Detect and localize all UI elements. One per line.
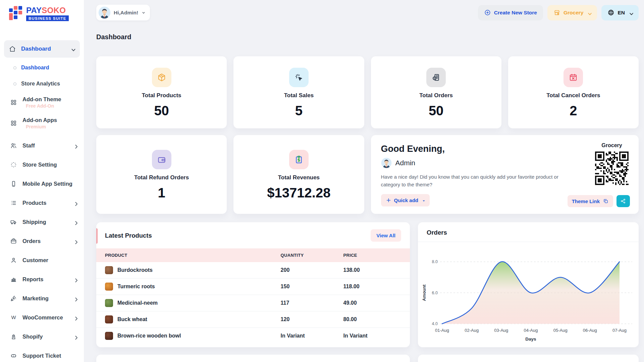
ticket-icon [10,352,17,359]
user-menu[interactable]: Hi,Admin! [96,5,150,20]
stat-card-total-products: Total Products50 [96,56,227,128]
latest-products-table: PRODUCTQUANTITYPRICE Burdockroots200138.… [96,248,410,344]
product-price: 80.00 [335,311,410,328]
stat-card-total-refund-orders: Total Refund Orders1 [96,135,227,214]
stat-value: 50 [154,104,169,117]
bullet-icon [13,82,16,85]
sidebar-group-dashboard[interactable]: Dashboard [4,40,80,58]
sidebar-item-shipping[interactable]: Shipping [0,213,84,232]
avatar [381,158,392,168]
svg-text:03-Aug: 03-Aug [494,328,508,333]
quick-add-button[interactable]: Quick add [381,194,430,206]
sidebar-item-customer[interactable]: Customer [0,251,84,270]
bottom-grid: Latest Products View All PRODUCTQUANTITY… [96,222,639,347]
paysoko-logo[interactable]: PAYSOKO BUSINESS SUITE [0,0,84,27]
plus-icon [386,197,391,203]
paysoko-logo-icon [9,5,23,22]
product-quantity: In Variant [272,328,335,344]
chevron-right-icon [73,143,78,148]
wallet-icon-badge [152,150,171,169]
svg-text:Days: Days [525,337,536,342]
sidebar-item-text: Products [22,200,47,206]
sidebar-item-support-ticket[interactable]: Support Ticket [0,346,84,362]
user-greeting-label: Hi,Admin! [114,10,138,16]
svg-text:01-Aug: 01-Aug [435,328,449,333]
svg-text:4.0: 4.0 [432,321,438,326]
sidebar-item-shopify[interactable]: Shopify [0,327,84,346]
product-thumbnail [105,315,113,323]
chevron-down-icon [70,46,77,54]
orders-area-chart: 8.06.04.001-Aug02-Aug03-Aug04-Aug05-Aug0… [418,242,639,344]
chevron-right-icon [73,277,80,284]
sidebar-item-text: Shopify [22,334,43,340]
logo-text: PAYSOKO BUSINESS SUITE [26,6,69,21]
sidebar-item-marketing[interactable]: Marketing [0,289,84,308]
grid-icon [10,120,17,127]
sidebar-item-orders[interactable]: Orders [0,232,84,251]
language-dropdown[interactable]: EN [601,5,639,20]
main-content: Hi,Admin! Create New Store Grocery EN [84,0,644,362]
theme-link-copy-button[interactable]: Theme Link [568,195,613,207]
sidebar-item-products[interactable]: Products [0,193,84,213]
product-row-buck-wheat: Buck wheat12080.00 [96,311,410,328]
truck-icon [10,219,17,226]
bullet-icon [13,66,16,69]
chevron-right-icon [73,200,78,205]
orders-chart-title: Orders [418,229,639,242]
sidebar-item-text: Orders [22,238,41,244]
product-row-turmeric-roots: Turmeric roots150118.00 [96,279,410,295]
calendar-cancel-icon-badge [564,68,583,87]
product-price: In Variant [335,328,410,344]
product-row-brown-rice-wooden-bowl: Brown-rice wooden bowlIn VariantIn Varia… [96,328,410,344]
share-button[interactable] [616,195,630,207]
sidebar-item-store-analytics[interactable]: Store Analytics [0,76,84,92]
latest-products-header: Latest Products View All [96,222,410,248]
sidebar-item-add-on-theme[interactable]: Add-on ThemeFree Add-On [0,92,84,113]
logo-wordmark: PAYSOKO [26,6,69,14]
sidebar-item-text: Add-on AppsPremium [22,117,57,129]
box-icon [157,73,166,82]
sidebar-item-badge: Premium [26,124,57,129]
card-accent-bar [96,228,98,244]
chevron-right-icon [73,220,78,225]
plus-circle-icon [484,9,491,16]
sidebar-item-text: Marketing [22,295,49,302]
stat-label: Total Refund Orders [134,174,189,181]
svg-text:8.0: 8.0 [432,259,438,264]
stat-value: $13712.28 [267,186,330,199]
stat-value: 50 [429,104,444,117]
create-new-store-button[interactable]: Create New Store [478,5,543,20]
store-selector-dropdown[interactable]: Grocery [547,5,597,20]
topbar-actions: Create New Store Grocery EN [478,5,639,20]
sidebar-item-reports[interactable]: Reports [0,270,84,289]
chevron-down-icon [586,10,593,17]
briefcase-icon [10,238,17,245]
column-header-product: PRODUCT [96,248,272,262]
svg-text:Amount: Amount [422,284,427,301]
sidebar-item-staff[interactable]: Staff [0,136,84,155]
avatar-illustration [98,6,111,19]
view-all-button[interactable]: View All [371,229,401,242]
chevron-right-icon [73,200,80,207]
sidebar-item-badge: Free Add-On [26,103,61,109]
stat-value: 2 [570,104,577,117]
stat-card-total-revenues: Total Revenues$13712.28 [233,135,364,214]
sidebar-item-dashboard[interactable]: Dashboard [0,60,84,76]
chevron-down-icon [70,46,75,52]
avatar [98,6,111,19]
svg-text:02-Aug: 02-Aug [465,328,479,333]
stat-label: Total Revenues [278,174,320,181]
product-price: 138.00 [335,262,410,279]
chevron-right-icon [73,220,80,227]
sidebar-item-woocommerce[interactable]: WWooCommerce [0,308,84,327]
chevron-right-icon [73,315,78,320]
chevron-right-icon [73,315,80,322]
sidebar-item-add-on-apps[interactable]: Add-on AppsPremium [0,113,84,133]
sidebar-menu: DashboardDashboardStore AnalyticsAdd-on … [0,27,84,362]
logo-word-soko: SOKO [42,6,66,15]
sidebar-item-store-setting[interactable]: Store Setting [0,155,84,174]
product-quantity: 117 [272,295,335,311]
sidebar-item-mobile-app-setting[interactable]: Mobile App Setting [0,174,84,193]
spinner-icon [10,161,17,168]
product-price: 118.00 [335,279,410,295]
